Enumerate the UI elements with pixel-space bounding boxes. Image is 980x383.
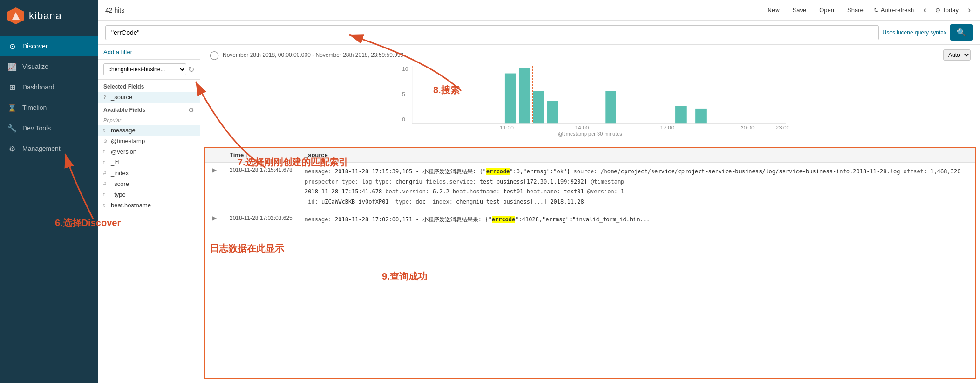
search-button[interactable]: 🔍	[950, 24, 973, 41]
sidebar-item-label-timelion: Timelion	[22, 104, 47, 111]
new-button[interactable]: New	[765, 5, 783, 15]
today-button[interactable]: ⊙ Today	[935, 7, 959, 14]
kibana-logo-text: kibana	[29, 10, 62, 22]
gear-button[interactable]: ⚙	[188, 106, 194, 114]
devtools-icon: 🔧	[7, 123, 17, 133]
sidebar-item-management[interactable]: ⚙ Management	[0, 138, 98, 159]
source-cell-2: message: 2018-11-28 17:02:00,171 - 小程序发送…	[299, 211, 975, 229]
results-table: Time ↓ _source ▶ 2018-11-28 17:15:41.678…	[205, 148, 975, 229]
visualize-icon: 📈	[7, 62, 17, 71]
svg-text:23:00: 23:00	[776, 124, 789, 129]
hits-count: 42 hits	[105, 7, 124, 14]
field-item-index[interactable]: # _index	[98, 168, 200, 178]
clock-icon: ⊙	[935, 7, 940, 14]
timelion-icon: ⌛	[7, 103, 17, 112]
sidebar-item-label-discover: Discover	[22, 42, 48, 50]
chart-x-label: @timestamp per 30 minutes	[210, 131, 971, 137]
field-item-message[interactable]: t message	[98, 125, 200, 136]
index-select[interactable]: chengniu-test-busine...	[103, 63, 186, 75]
refresh-icon: ↻	[874, 7, 879, 14]
popular-label: Popular	[98, 116, 200, 125]
time-range-text: November 28th 2018, 00:00:00.000 - Novem…	[223, 52, 411, 58]
sidebar-item-label-dashboard: Dashboard	[22, 83, 54, 91]
today-label: Today	[942, 7, 959, 14]
field-item-source[interactable]: ? _source	[98, 92, 200, 103]
logo-area: kibana	[0, 0, 98, 32]
field-name-index: _index	[111, 170, 194, 177]
time-cell-2: 2018-11-28 17:02:03.625	[224, 211, 299, 229]
sidebar-item-devtools[interactable]: 🔧 Dev Tools	[0, 118, 98, 138]
main-content: 42 hits New Save Open Share ↻ Auto-refre…	[98, 0, 980, 383]
svg-rect-7	[533, 91, 544, 123]
expand-col-header	[205, 148, 224, 163]
index-selector: chengniu-test-busine... ↻	[98, 60, 200, 80]
field-name-version: @version	[111, 148, 194, 155]
sidebar-nav: ⊙ Discover 📈 Visualize ⊞ Dashboard ⌛ Tim…	[0, 32, 98, 383]
field-type-message: t	[103, 128, 108, 133]
field-type-score: #	[103, 181, 108, 186]
field-type-id: t	[103, 160, 108, 165]
save-button[interactable]: Save	[790, 5, 810, 15]
index-refresh-button[interactable]: ↻	[188, 65, 194, 74]
svg-text:5: 5	[402, 91, 405, 97]
svg-rect-6	[519, 68, 530, 123]
time-col-header[interactable]: Time ↓	[224, 148, 299, 163]
field-item-id[interactable]: t _id	[98, 157, 200, 168]
field-type-index: #	[103, 171, 108, 176]
prev-arrow[interactable]: ‹	[921, 5, 928, 15]
auto-refresh-button[interactable]: ↻ Auto-refresh	[874, 7, 914, 14]
next-arrow[interactable]: ›	[966, 5, 973, 15]
field-name-source: _source	[111, 94, 194, 101]
lucene-link[interactable]: Uses lucene query syntax	[883, 29, 946, 36]
field-name-score: _score	[111, 180, 194, 187]
chart-container: 10 5 0	[210, 63, 971, 138]
source-cell-1: message: 2018-11-28 17:15:39,105 - 小程序发送…	[299, 163, 975, 211]
results-area: Time ↓ _source ▶ 2018-11-28 17:15:41.678…	[204, 147, 976, 379]
left-panel: Add a filter + chengniu-test-busine... ↻…	[98, 45, 200, 383]
row-expand-button-1[interactable]: ▶	[211, 167, 218, 173]
field-name-message: message	[111, 127, 194, 134]
sidebar-item-label-visualize: Visualize	[22, 63, 48, 70]
sidebar: kibana ⊙ Discover 📈 Visualize ⊞ Dashboar…	[0, 0, 98, 383]
interval-select[interactable]: Auto	[943, 49, 971, 61]
row-expand-button-2[interactable]: ▶	[211, 215, 218, 221]
svg-rect-8	[547, 101, 558, 123]
table-header-row: Time ↓ _source	[205, 148, 975, 163]
search-input[interactable]	[105, 25, 879, 40]
field-item-version[interactable]: t @version	[98, 146, 200, 157]
field-item-type[interactable]: t _type	[98, 189, 200, 200]
svg-rect-10	[675, 106, 687, 124]
sidebar-item-discover[interactable]: ⊙ Discover	[0, 36, 98, 56]
field-type-timestamp: ⊙	[103, 138, 108, 144]
share-button[interactable]: Share	[844, 5, 866, 15]
sidebar-item-timelion[interactable]: ⌛ Timelion	[0, 97, 98, 118]
field-name-beathostname: beat.hostname	[111, 202, 194, 209]
topbar: 42 hits New Save Open Share ↻ Auto-refre…	[98, 0, 980, 21]
chart-area: ◯ November 28th 2018, 00:00:00.000 - Nov…	[200, 45, 980, 143]
svg-text:20:00: 20:00	[741, 124, 755, 129]
sidebar-item-dashboard[interactable]: ⊞ Dashboard	[0, 77, 98, 97]
table-row: ▶ 2018-11-28 17:02:03.625 message: 2018-…	[205, 211, 975, 229]
source-col-header: _source	[299, 148, 975, 163]
svg-rect-5	[505, 74, 516, 124]
topbar-actions: New Save Open Share ↻ Auto-refresh ‹ ⊙ T…	[765, 5, 973, 15]
field-type-beathostname: t	[103, 203, 108, 208]
right-panel: ◯ November 28th 2018, 00:00:00.000 - Nov…	[200, 45, 980, 383]
auto-refresh-label: Auto-refresh	[881, 7, 914, 14]
field-item-beathostname[interactable]: t beat.hostname	[98, 200, 200, 211]
svg-rect-11	[695, 109, 707, 123]
field-name-id: _id	[111, 159, 194, 166]
chart-header: ◯ November 28th 2018, 00:00:00.000 - Nov…	[210, 49, 971, 61]
add-filter-button[interactable]: Add a filter +	[103, 48, 137, 55]
content-area: Add a filter + chengniu-test-busine... ↻…	[98, 45, 980, 383]
dashboard-icon: ⊞	[7, 82, 17, 92]
field-item-timestamp[interactable]: ⊙ @timestamp	[98, 136, 200, 146]
open-button[interactable]: Open	[817, 5, 837, 15]
field-type-source: ?	[103, 95, 108, 100]
sidebar-item-visualize[interactable]: 📈 Visualize	[0, 56, 98, 77]
collapse-chart-button[interactable]: ◯	[210, 50, 219, 60]
svg-rect-9	[605, 91, 616, 123]
field-item-score[interactable]: # _score	[98, 178, 200, 189]
selected-fields-title: Selected Fields	[98, 80, 200, 92]
time-sort-icon: ↓	[245, 153, 248, 158]
